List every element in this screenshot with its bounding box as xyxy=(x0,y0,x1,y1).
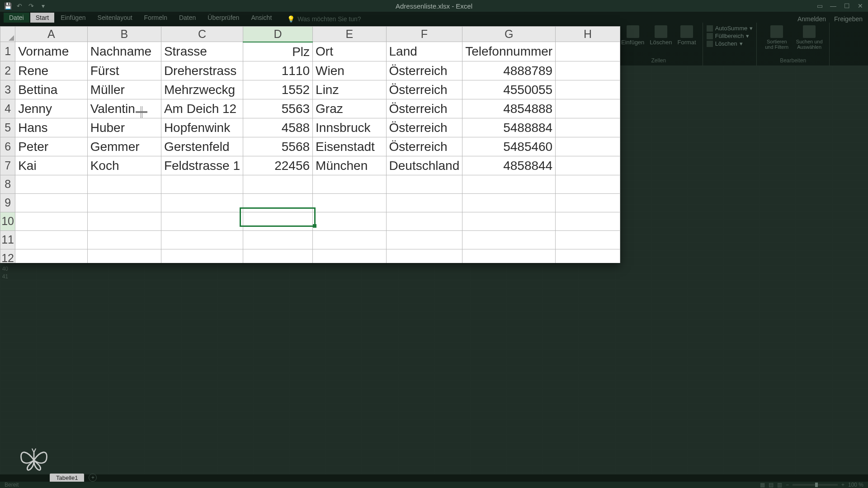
cell[interactable] xyxy=(15,212,88,230)
row-header[interactable]: 4 xyxy=(0,99,15,118)
cell[interactable] xyxy=(15,249,88,263)
cell[interactable] xyxy=(556,42,620,61)
delete-cells-button[interactable]: Löschen xyxy=(648,24,674,47)
cell[interactable] xyxy=(87,212,161,230)
column-header-A[interactable]: A xyxy=(15,27,88,42)
row-header[interactable]: 5 xyxy=(0,118,15,137)
cell[interactable]: 5568 xyxy=(243,137,312,156)
cell[interactable] xyxy=(161,249,243,263)
cell[interactable]: 4888789 xyxy=(462,61,556,80)
row-header[interactable]: 1 xyxy=(0,42,15,61)
cell[interactable]: Koch xyxy=(87,156,161,175)
cell[interactable]: Land xyxy=(386,42,462,61)
cell[interactable] xyxy=(243,212,312,230)
cell[interactable] xyxy=(386,175,462,193)
row-header[interactable]: 3 xyxy=(0,80,15,99)
zoom-out-button[interactable]: − xyxy=(786,482,789,488)
qat-dropdown-icon[interactable]: ▾ xyxy=(39,2,47,10)
cell[interactable] xyxy=(15,193,88,212)
cell[interactable]: Jenny xyxy=(15,99,88,118)
cell[interactable]: 4858844 xyxy=(462,156,556,175)
cell[interactable]: Plz xyxy=(243,42,312,61)
minimize-icon[interactable]: — xyxy=(829,2,837,10)
cell[interactable]: München xyxy=(313,156,386,175)
cell[interactable] xyxy=(243,193,312,212)
cell[interactable] xyxy=(243,175,312,193)
cell[interactable]: Rene xyxy=(15,61,88,80)
select-all-corner[interactable] xyxy=(0,27,15,42)
row-header[interactable]: 11 xyxy=(0,230,15,249)
cell[interactable]: Österreich xyxy=(386,99,462,118)
tab-einfuegen[interactable]: Einfügen xyxy=(55,13,91,23)
column-header-E[interactable]: E xyxy=(313,27,386,42)
row-header[interactable]: 10 xyxy=(0,212,15,230)
cell[interactable]: 1552 xyxy=(243,80,312,99)
undo-icon[interactable]: ↶ xyxy=(15,2,24,10)
cell[interactable] xyxy=(386,249,462,263)
row-header[interactable]: 2 xyxy=(0,61,15,80)
row-header[interactable]: 9 xyxy=(0,193,15,212)
find-select-button[interactable]: Suchen und Auswählen xyxy=(794,24,825,51)
cell[interactable] xyxy=(243,230,312,249)
cell[interactable] xyxy=(87,193,161,212)
cell[interactable]: Valentin xyxy=(87,99,161,118)
close-window-icon[interactable]: ✕ xyxy=(856,2,864,10)
row-header[interactable]: 7 xyxy=(0,156,15,175)
cell[interactable] xyxy=(556,175,620,193)
cell[interactable]: Vorname xyxy=(15,42,88,61)
cell[interactable] xyxy=(556,99,620,118)
clear-button[interactable]: Löschen ▾ xyxy=(707,40,753,47)
cell[interactable] xyxy=(556,61,620,80)
cell[interactable] xyxy=(556,80,620,99)
cell[interactable] xyxy=(313,175,386,193)
cell[interactable]: Österreich xyxy=(386,137,462,156)
cell[interactable] xyxy=(556,193,620,212)
share-link[interactable]: Freigeben xyxy=(834,15,863,23)
column-header-H[interactable]: H xyxy=(556,27,620,42)
cell[interactable] xyxy=(462,212,556,230)
column-header-C[interactable]: C xyxy=(161,27,243,42)
add-sheet-button[interactable]: + xyxy=(89,474,97,482)
cell[interactable] xyxy=(386,193,462,212)
sheet-tab-tabelle1[interactable]: Tabelle1 xyxy=(50,474,84,482)
tab-ueberpruefen[interactable]: Überprüfen xyxy=(202,13,245,23)
ribbon-options-icon[interactable]: ▭ xyxy=(816,2,824,10)
cell[interactable]: Hans xyxy=(15,118,88,137)
maximize-icon[interactable]: ☐ xyxy=(843,2,851,10)
row-header[interactable]: 8 xyxy=(0,175,15,193)
cell[interactable]: 4854888 xyxy=(462,99,556,118)
tab-daten[interactable]: Daten xyxy=(174,13,201,23)
row-number-dim[interactable]: 41 xyxy=(0,273,10,281)
cell[interactable]: 4550055 xyxy=(462,80,556,99)
cell[interactable]: 4588 xyxy=(243,118,312,137)
tab-start[interactable]: Start xyxy=(30,13,55,23)
cell[interactable]: Dreherstrass xyxy=(161,61,243,80)
cell[interactable] xyxy=(556,212,620,230)
row-number-dim[interactable]: 40 xyxy=(0,265,10,273)
cell[interactable] xyxy=(462,249,556,263)
cell[interactable]: Deutschland xyxy=(386,156,462,175)
cell[interactable]: Peter xyxy=(15,137,88,156)
cell[interactable] xyxy=(87,175,161,193)
cell[interactable]: Hopfenwink xyxy=(161,118,243,137)
cell[interactable]: 1110 xyxy=(243,61,312,80)
cell[interactable]: Innsbruck xyxy=(313,118,386,137)
cell[interactable]: Fürst xyxy=(87,61,161,80)
redo-icon[interactable]: ↷ xyxy=(27,2,35,10)
cell[interactable]: Linz xyxy=(313,80,386,99)
cell[interactable] xyxy=(87,249,161,263)
cell[interactable]: Österreich xyxy=(386,61,462,80)
zoom-slider[interactable] xyxy=(793,484,838,486)
autosum-button[interactable]: AutoSumme ▾ xyxy=(707,24,753,32)
tab-datei[interactable]: Datei xyxy=(4,13,29,23)
cell[interactable] xyxy=(462,230,556,249)
format-cells-button[interactable]: Format xyxy=(675,24,698,47)
cell[interactable] xyxy=(87,230,161,249)
cell[interactable]: Österreich xyxy=(386,80,462,99)
cell[interactable]: Wien xyxy=(313,61,386,80)
zoom-in-button[interactable]: + xyxy=(841,482,844,488)
cell[interactable] xyxy=(313,249,386,263)
view-page-break-icon[interactable]: ▥ xyxy=(777,482,782,488)
tab-formeln[interactable]: Formeln xyxy=(139,13,173,23)
cell[interactable] xyxy=(556,249,620,263)
